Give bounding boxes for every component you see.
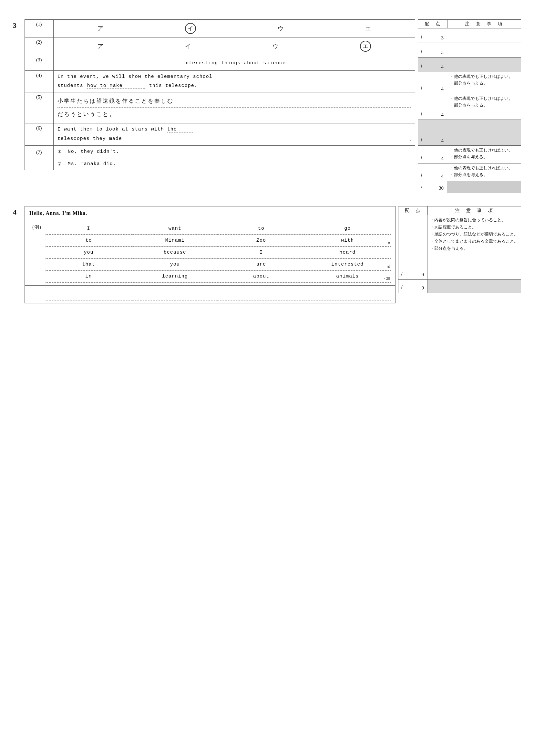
word-cell: Zoo [218, 235, 304, 247]
word-cell: to [45, 235, 132, 247]
word-cell: Minami [132, 235, 218, 247]
section3: 3 (1) ア イ ウ エ (2) [13, 19, 521, 193]
total-score-row-4: 9 [398, 280, 521, 293]
word-cell: to [218, 223, 304, 234]
word-cell: with 8 [304, 235, 391, 247]
score-value-3: 4 [441, 64, 444, 70]
table-row: (2) ア イ ウ エ [25, 38, 415, 55]
notes-cell-7b: 他の表現でも正しければよい。 部分点を与える。 [447, 163, 521, 181]
note-item: 部分点を与える。 [450, 172, 518, 178]
total-score-value-3: 30 [439, 185, 444, 191]
section3-number: 3 [13, 19, 25, 30]
score-row-tall-4: 9 ・内容が設問の趣旨に合っていること。 ・20語程度であること。 ・単語のつづ… [398, 215, 521, 280]
score-row-6: 4 [418, 120, 521, 146]
note-item: 他の表現でも正しければよい。 [450, 95, 518, 102]
choice-item: ア [97, 42, 103, 50]
row-content-6: I want them to look at stars with the te… [53, 123, 415, 146]
example-word-row-4: in learning about animals ・20 [45, 271, 391, 283]
score-row-7a: 4 他の表現でも正しければよい。 部分点を与える。 [418, 146, 521, 163]
meta-header-4: 配 点 注 意 事 項 [398, 206, 521, 215]
word-cell: heard [304, 247, 391, 258]
example-word-row-1: to Minami Zoo with 8 [45, 235, 391, 247]
note-item: 他の表現でも正しければよい。 [450, 165, 518, 172]
score-value-4: 4 [441, 86, 444, 92]
choice-item: イ [185, 42, 191, 50]
sub-row-2: ② Ms. Tanaka did. [54, 158, 415, 170]
sub-row-1: ① No, they didn't. [54, 146, 415, 158]
table-row-greeting: Hello, Anna. I'm Mika. [25, 206, 395, 220]
score-row-3: 4 [418, 58, 521, 72]
blank-cell [304, 288, 391, 301]
word-cell: interested 16 [304, 259, 391, 270]
row-num-6: (6) [25, 123, 54, 146]
word-cell: you [132, 259, 218, 270]
table-row: (1) ア イ ウ エ [25, 20, 415, 38]
example-cell: （例） I want to go to [25, 220, 395, 285]
notes-cell-5: 他の表現でも正しければよい。 部分点を与える。 [447, 94, 521, 120]
score-label-4: 配 点 [398, 206, 427, 215]
choice-item: ウ [278, 25, 284, 32]
score-cell-6: 4 [418, 120, 447, 146]
score-value-4-main: 9 [422, 272, 424, 278]
section4-table-area: Hello, Anna. I'm Mika. （例） I want to [25, 206, 395, 303]
notes-cell-6 [447, 120, 521, 146]
word-cell: that [45, 259, 132, 270]
notes-cell-3 [447, 58, 521, 72]
word-cell: are [218, 259, 304, 270]
total-score-cell-3: 30 [418, 181, 447, 193]
score-cell-5: 4 [418, 94, 447, 120]
section4-number: 4 [13, 206, 25, 216]
word-cell: want [132, 223, 218, 234]
note-item: 他の表現でも正しければよい。 [450, 73, 518, 80]
answer-line2-6: telescopes they made . [58, 134, 411, 142]
table-row: (4) In the event, we will show the eleme… [25, 71, 415, 93]
score-row-4: 4 他の表現でも正しければよい。 部分点を与える。 [418, 72, 521, 94]
word-cell: because [132, 247, 218, 258]
answer-text-5: 小学生たちは望遠鏡を作ることを楽しむ [58, 95, 411, 107]
note-item: ・部分点を与える。 [430, 245, 518, 252]
score-row-7b: 4 他の表現でも正しければよい。 部分点を与える。 [418, 163, 521, 181]
row-num-3: (3) [25, 55, 54, 71]
score-value-7a: 4 [441, 156, 444, 161]
example-word-row-3: that you are interested 16 [45, 259, 391, 271]
word-count-16: 16 [386, 265, 390, 269]
choice-item-circled: エ [360, 41, 371, 52]
example-word-row-0: I want to go [45, 223, 391, 235]
word-cell: in [45, 271, 132, 283]
answer-line1-4: In the event, we will show the elementar… [58, 74, 411, 79]
blank-cell [45, 288, 132, 301]
row-num-7: (7) [25, 146, 54, 170]
score-cell-7b: 4 [418, 163, 447, 181]
row-num-4: (4) [25, 71, 54, 93]
row-num-5: (5) [25, 93, 54, 123]
blank-cell [218, 288, 304, 301]
section4-meta: 配 点 注 意 事 項 9 ・内容が設問の趣旨に合っていること。 ・20語程度で… [398, 206, 521, 293]
notes-label: 注 意 事 項 [447, 20, 521, 28]
meta-header-3: 配 点 注 意 事 項 [418, 19, 521, 28]
row-content-5: 小学生たちは望遠鏡を作ることを楽しむ だろうということ。 [53, 93, 415, 123]
score-row-5: 4 他の表現でも正しければよい。 部分点を与える。 [418, 94, 521, 120]
word-cell: animals ・20 [304, 271, 391, 283]
choice-row-1: ア イ ウ エ [57, 22, 412, 35]
score-value-6: 4 [441, 138, 444, 144]
total-notes-cell-3 [447, 181, 521, 193]
table-row: (6) I want them to look at stars with th… [25, 123, 415, 146]
notes-cell-1 [447, 28, 521, 43]
score-cell-4: 4 [418, 72, 447, 94]
notes-cell-7a: 他の表現でも正しければよい。 部分点を与える。 [447, 146, 521, 163]
choice-item: ア [97, 25, 103, 32]
sub-answer-2: Ms. Tanaka did. [68, 161, 116, 167]
choice-row-2: ア イ ウ エ [57, 40, 412, 53]
word-cell: go [304, 223, 391, 234]
sub-answer-1: No, they didn't. [68, 149, 119, 154]
score-cell-tall-4: 9 [398, 215, 427, 280]
score-value-2: 3 [441, 50, 444, 55]
row-num-2: (2) [25, 38, 54, 55]
row-content-4: In the event, we will show the elementar… [53, 71, 415, 93]
note-item: 部分点を与える。 [450, 102, 518, 109]
notes-label-4: 注 意 事 項 [427, 206, 521, 215]
word-count-20: ・20 [382, 276, 390, 282]
score-cell-2: 3 [418, 43, 447, 57]
answer-line2-4: students how to make this telescope. [58, 81, 411, 89]
score-cell-7a: 4 [418, 146, 447, 163]
